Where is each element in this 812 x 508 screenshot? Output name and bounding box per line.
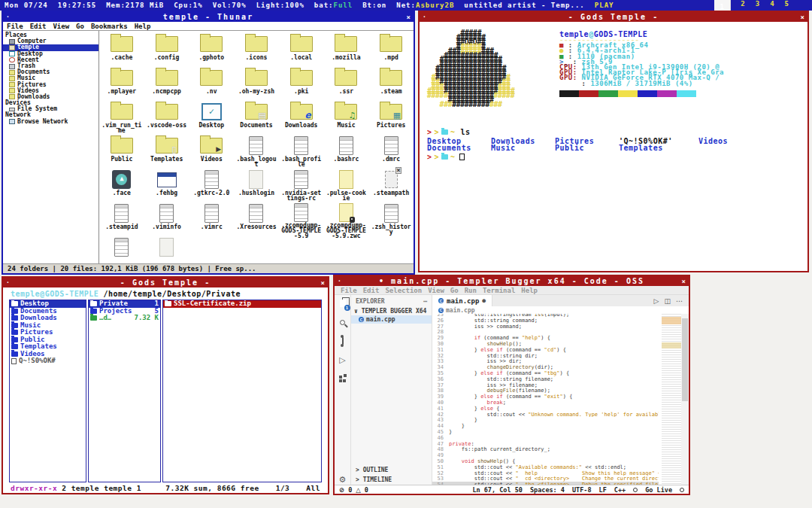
file-item[interactable]: .hushlogin [234, 169, 279, 203]
vifm-item[interactable]: Private1 [89, 300, 160, 308]
terminal-shell-area[interactable]: >> ~ ls DesktopDocumentsDownloadsMusicPi… [420, 129, 807, 160]
file-item[interactable]: .local [279, 34, 324, 68]
editor-scrollbar[interactable] [681, 314, 689, 485]
file-item[interactable]: .bashrc [324, 135, 369, 169]
menu-item-edit[interactable]: Edit [30, 23, 47, 30]
breadcrumb[interactable]: C main.cpp [432, 306, 689, 314]
menu-item-view[interactable]: View [53, 23, 69, 30]
vifm-item[interactable]: Music [10, 322, 86, 330]
tab-main-cpp[interactable]: C main.cpp ● [432, 295, 492, 306]
indentation[interactable]: Spaces: 4 [530, 486, 565, 494]
warnings-icon[interactable]: △ [356, 486, 361, 494]
scrollbar-thumb[interactable] [682, 318, 688, 401]
file-item[interactable]: .steampid [99, 203, 144, 237]
more-actions-icon[interactable]: ⋯ [676, 297, 683, 305]
vifm-item[interactable]: Downloads [10, 315, 86, 322]
close-icon[interactable]: × [407, 14, 411, 21]
file-item[interactable]: .face [99, 169, 144, 203]
file-item[interactable]: .steam [368, 68, 414, 102]
window-menu-icon[interactable]: · [6, 14, 10, 20]
file-item[interactable]: .zcompdump-GODS-TEMPLE-5.9 [279, 203, 324, 237]
file-item[interactable]: .ssr [324, 68, 369, 102]
file-item[interactable]: ▶Videos [189, 135, 234, 169]
bell-icon[interactable] [680, 488, 684, 492]
workspace-4[interactable]: 4 [770, 0, 774, 11]
file-item[interactable]: .bash_profile [279, 135, 324, 169]
file-item[interactable]: .zcompdump-GODS-TEMPLE-5.9.zwc [324, 203, 369, 237]
file-item[interactable]: .mplayer [99, 68, 144, 102]
file-item[interactable]: .gtkrc-2.0 [189, 169, 234, 203]
file-item[interactable]: eDownloads [279, 102, 324, 135]
menu-item-file[interactable]: File [7, 23, 23, 30]
vscode-menu-go[interactable]: Go [450, 287, 459, 294]
explorer-icon[interactable]: 1 [337, 298, 349, 309]
vscode-menu-selection[interactable]: Selection [385, 287, 422, 294]
window-menu-icon[interactable]: · [6, 279, 10, 286]
code-editor[interactable]: 25 std::istringstream iss(input);26 std:… [432, 314, 689, 485]
vscode-menu-help[interactable]: Help [521, 287, 538, 294]
cursor-position[interactable]: Ln 67, Col 50 [472, 486, 523, 494]
vscode-menu-terminal[interactable]: Terminal [483, 287, 515, 294]
workspace-2[interactable]: 2 [741, 0, 745, 11]
menu-item-go[interactable]: Go [76, 23, 84, 30]
close-icon[interactable]: × [682, 278, 686, 285]
file-item[interactable]: .fehbg [144, 169, 189, 203]
vifm-item[interactable]: Templates [10, 343, 86, 351]
project-tree-root[interactable]: ∨ TEMPLER BUGGER X64 [351, 307, 432, 315]
file-item[interactable]: .Xresources [234, 203, 279, 237]
file-item[interactable]: .cache [99, 34, 144, 68]
file-item[interactable]: .dmrc [368, 135, 414, 169]
source-control-icon[interactable] [337, 336, 349, 346]
outline-section[interactable]: > OUTLINE [351, 465, 432, 475]
vifm-item[interactable]: Public [10, 336, 86, 344]
run-button[interactable]: ▷ [654, 297, 659, 305]
close-icon[interactable]: × [801, 14, 804, 21]
split-editor-icon[interactable]: ◫ [664, 297, 671, 305]
window-menu-icon[interactable]: · [338, 278, 341, 284]
vifm-titlebar[interactable]: · - Gods Temple - × [3, 278, 328, 287]
timeline-section[interactable]: > TIMELINE [351, 475, 432, 485]
file-item[interactable]: .vscode-oss [144, 102, 189, 135]
file-item[interactable]: .icons [234, 34, 279, 68]
search-icon[interactable] [337, 317, 349, 327]
file-item[interactable]: Public [99, 135, 144, 169]
file-item[interactable]: ♫Music [324, 102, 369, 135]
vscode-menu-run[interactable]: Run [465, 287, 477, 294]
file-item[interactable]: ▤Documents [234, 102, 279, 135]
vscode-menu-view[interactable]: View [428, 287, 444, 294]
encoding[interactable]: UTF-8 [572, 486, 592, 494]
file-item[interactable] [144, 237, 189, 263]
file-item[interactable]: .mozilla [324, 34, 369, 68]
vifm-item[interactable]: Desktop [10, 300, 86, 308]
file-item[interactable]: .viminfo [144, 203, 189, 237]
file-item[interactable]: .vimrc [189, 203, 234, 237]
settings-gear-icon[interactable]: ⚙ [337, 474, 349, 485]
file-item[interactable]: Desktop [189, 102, 234, 135]
fetch-titlebar[interactable]: · - Gods Temple - × [420, 12, 807, 22]
close-icon[interactable]: × [321, 279, 325, 287]
vscode-menu-edit[interactable]: Edit [363, 287, 380, 294]
explorer-actions-icon[interactable]: ⋯ [423, 298, 427, 305]
vscode-titlebar[interactable]: · • main.cpp - Templer Bugger x64 - Code… [335, 276, 689, 286]
file-item[interactable]: .nvidia-settings-rc [279, 169, 324, 203]
file-item[interactable] [99, 237, 144, 263]
workspace-3[interactable]: 3 [756, 0, 760, 11]
errors-icon[interactable]: ⊘ [339, 486, 344, 494]
vifm-item[interactable]: …d…7.32 K [89, 315, 160, 322]
file-item[interactable]: .steampath [368, 169, 414, 203]
file-item[interactable]: .config [144, 34, 189, 68]
file-item[interactable]: .ncmpcpp [144, 68, 189, 102]
extensions-icon[interactable] [337, 373, 349, 384]
workspace-1[interactable]: 1 [714, 0, 731, 11]
file-item[interactable]: .gphoto [189, 34, 234, 68]
file-item[interactable]: ▯Templates [144, 135, 189, 169]
vifm-item[interactable]: Videos [10, 351, 86, 358]
file-item[interactable]: .pki [279, 68, 324, 102]
sidebar-item-browse-network[interactable]: Browse Network [3, 119, 98, 125]
eol-sequence[interactable]: LF [599, 486, 607, 494]
file-item[interactable]: .zsh_history [368, 203, 414, 237]
run-debug-icon[interactable]: ▷ [337, 354, 349, 365]
file-item[interactable]: ▦Pictures [368, 102, 414, 135]
vifm-item[interactable]: Pictures [10, 329, 86, 336]
go-live-button[interactable]: Go Live [645, 486, 672, 494]
